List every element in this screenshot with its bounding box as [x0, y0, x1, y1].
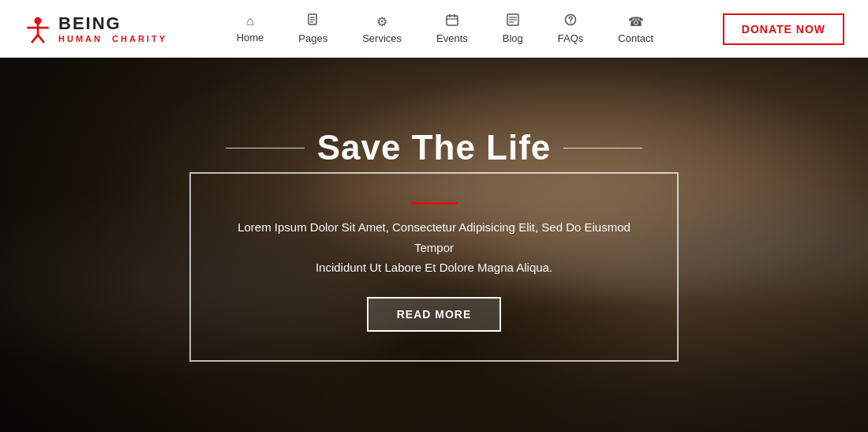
nav-label-home: Home [237, 32, 264, 43]
logo[interactable]: BEING HUMAN CHARITY [24, 14, 167, 43]
hero-box: Lorem Ipsum Dolor Sit Amet, Consectetur … [189, 172, 679, 362]
nav-item-services[interactable]: ⚙ Services [348, 8, 416, 51]
nav-label-contact: Contact [618, 32, 653, 44]
donate-button[interactable]: DONATE NOW [723, 13, 844, 45]
services-icon: ⚙ [376, 14, 387, 29]
nav-item-home[interactable]: ⌂ Home [223, 8, 279, 50]
nav-label-faqs: FAQs [558, 32, 584, 44]
logo-being: BEING [58, 14, 167, 33]
events-icon [446, 13, 458, 29]
hero-line-left [226, 148, 305, 148]
home-icon: ⌂ [246, 14, 254, 28]
nav-label-services: Services [362, 32, 402, 44]
nav-item-blog[interactable]: Blog [488, 7, 537, 51]
pages-icon [307, 13, 320, 29]
svg-line-4 [38, 35, 43, 42]
hero-line-right [563, 148, 642, 148]
hero-content: Save The Life Lorem Ipsum Dolor Sit Amet… [189, 128, 679, 362]
hero-description: Lorem Ipsum Dolor Sit Amet, Consectetur … [219, 217, 649, 278]
nav-label-blog: Blog [503, 32, 523, 44]
nav-item-faqs[interactable]: FAQs [544, 7, 598, 51]
hero-title: Save The Life [317, 128, 552, 167]
nav-item-contact[interactable]: ☎ Contact [604, 8, 668, 51]
logo-icon [24, 15, 52, 43]
hero-title-row: Save The Life [189, 128, 679, 167]
logo-tagline: HUMAN CHARITY [58, 34, 167, 43]
faqs-icon [564, 13, 577, 29]
svg-rect-9 [447, 16, 458, 25]
logo-charity-word: CHARITY [112, 34, 167, 43]
hero-red-divider [410, 202, 458, 205]
navbar: BEING HUMAN CHARITY ⌂ Home Pages ⚙ Servi… [0, 0, 868, 58]
logo-human-word: HUMAN [58, 34, 103, 43]
svg-point-18 [570, 22, 571, 24]
contact-icon: ☎ [628, 14, 644, 29]
svg-line-3 [32, 35, 38, 42]
nav-item-events[interactable]: Events [422, 7, 482, 51]
nav-links: ⌂ Home Pages ⚙ Services Events Blog [167, 7, 723, 51]
read-more-button[interactable]: READ MORE [367, 297, 502, 332]
logo-text: BEING HUMAN CHARITY [58, 14, 167, 43]
blog-icon [507, 13, 519, 29]
nav-label-pages: Pages [298, 32, 327, 44]
nav-label-events: Events [436, 32, 468, 44]
nav-item-pages[interactable]: Pages [284, 7, 342, 51]
hero-section: Save The Life Lorem Ipsum Dolor Sit Amet… [0, 58, 868, 432]
